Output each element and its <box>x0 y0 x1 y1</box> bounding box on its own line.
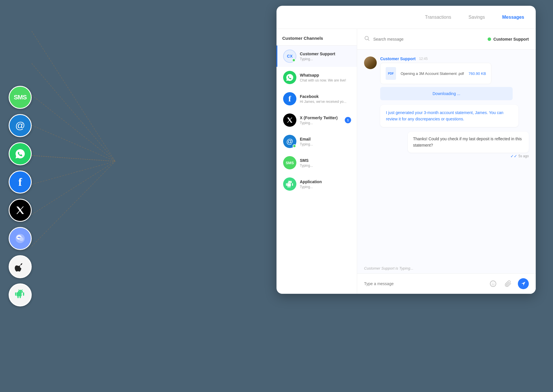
cx-info: Customer Support Typing... <box>300 52 351 61</box>
message-row-2: I just generated your 3-month account st… <box>364 105 529 127</box>
msg-header-1: Customer Support 12:45 <box>380 56 529 61</box>
app-container: Transactions Savings Messages Customer C… <box>276 6 536 294</box>
message-status: ✓✓ 5s ago <box>510 154 529 158</box>
attachment-button[interactable] <box>503 279 513 289</box>
app-preview: Typing... <box>300 185 351 189</box>
user-bubble: Thanks! Could you check if my last depos… <box>408 132 529 153</box>
channel-item-facebook[interactable]: f Facebook Hi James, we've received yo..… <box>276 88 357 109</box>
chat-messages: Customer Support 12:45 PDF Opening a 3M … <box>357 50 536 263</box>
chat-header-right: Customer Support <box>488 37 529 41</box>
sms-name: SMS <box>300 158 351 163</box>
message-input[interactable] <box>364 281 483 286</box>
channel-item-app[interactable]: Application Typing... <box>276 173 357 195</box>
send-button[interactable] <box>518 278 529 289</box>
typing-indicator: Customer Support is Typing... <box>357 263 536 273</box>
em-online-dot <box>293 144 296 148</box>
apple-channel-icon[interactable] <box>9 255 32 278</box>
agent-avatar <box>364 56 377 69</box>
svg-point-14 <box>365 36 368 40</box>
wa-info: Whatsapp Chat with us now. We are live! <box>300 73 351 82</box>
em-avatar: @ <box>283 135 296 148</box>
file-attachment[interactable]: PDF Opening a 3M Account Statement .pdf … <box>380 63 491 84</box>
fb-info: Facebook Hi James, we've received yo... <box>300 94 351 104</box>
cx-preview: Typing... <box>300 57 351 61</box>
svg-line-10 <box>32 156 115 161</box>
message-time-ago: 5s ago <box>518 154 529 158</box>
message-row-1: Customer Support 12:45 PDF Opening a 3M … <box>364 56 529 100</box>
download-bar[interactable]: Downloading ... <box>380 87 513 100</box>
search-icon <box>364 35 370 43</box>
tw-preview: Typing... <box>300 121 345 125</box>
chat-channel-icon[interactable] <box>9 227 32 250</box>
em-info: Email Typing... <box>300 137 351 146</box>
channel-item-whatsapp[interactable]: Whatsapp Chat with us now. We are live! <box>276 67 357 88</box>
svg-line-9 <box>32 125 115 161</box>
download-text: Downloading ... <box>433 91 461 96</box>
channel-item-cx[interactable]: CX Customer Support Typing... <box>276 46 357 67</box>
search-input[interactable] <box>373 37 484 41</box>
channel-item-twitter[interactable]: X (Formerly Twitter) Typing... 1 <box>276 109 357 131</box>
channel-list: CX Customer Support Typing... <box>276 46 357 294</box>
nav-transactions[interactable]: Transactions <box>425 15 451 20</box>
msg-content-1: Customer Support 12:45 PDF Opening a 3M … <box>380 56 529 100</box>
fb-avatar: f <box>283 92 296 105</box>
chat-panel: Customer Support Customer Support 12:45 … <box>357 29 536 294</box>
channels-header: Customer Channels <box>276 29 357 46</box>
check-icon: ✓✓ <box>510 154 517 158</box>
tw-info: X (Formerly Twitter) Typing... <box>300 115 345 125</box>
tw-avatar <box>283 113 296 127</box>
fb-name: Facebook <box>300 94 351 99</box>
nav-savings[interactable]: Savings <box>469 15 485 20</box>
svg-line-12 <box>32 161 115 215</box>
svg-point-16 <box>492 283 493 284</box>
svg-line-11 <box>32 161 115 184</box>
em-name: Email <box>300 137 351 141</box>
bot-message-text: I just generated your 3-month account st… <box>386 109 513 122</box>
channels-panel: Customer Channels CX Customer Support Ty… <box>276 29 357 294</box>
cx-name: Customer Support <box>300 52 351 56</box>
channel-item-email[interactable]: @ Email Typing... <box>276 131 357 152</box>
svg-point-17 <box>494 283 495 284</box>
wa-name: Whatsapp <box>300 73 351 77</box>
em-preview: Typing... <box>300 142 351 146</box>
sms-preview: Typing... <box>300 164 351 168</box>
svg-line-6 <box>32 31 115 161</box>
sms-avatar: SMS <box>283 156 296 169</box>
wa-avatar <box>283 71 296 84</box>
msg-sender-1: Customer Support <box>380 56 416 61</box>
svg-point-15 <box>490 281 496 287</box>
svg-line-8 <box>32 95 115 161</box>
nav-messages[interactable]: Messages <box>502 15 524 20</box>
cs-header-name: Customer Support <box>493 37 529 41</box>
user-message-text: Thanks! Could you check if my last depos… <box>413 136 524 149</box>
left-channel-icons: SMS @ f <box>0 0 40 392</box>
svg-line-7 <box>32 63 115 161</box>
svg-line-13 <box>32 161 115 246</box>
twitter-channel-icon[interactable] <box>9 199 32 222</box>
chat-input-bar <box>357 273 536 294</box>
facebook-channel-icon[interactable]: f <box>9 171 32 194</box>
top-nav: Transactions Savings Messages <box>276 6 536 29</box>
file-size: 760.90 KB <box>469 71 486 76</box>
app-avatar <box>283 177 296 191</box>
app-name: Application <box>300 179 351 184</box>
bot-message: I just generated your 3-month account st… <box>380 105 518 127</box>
channel-item-sms[interactable]: SMS SMS Typing... <box>276 152 357 173</box>
sms-info: SMS Typing... <box>300 158 351 168</box>
chat-search-bar: Customer Support <box>357 29 536 50</box>
email-channel-icon[interactable]: @ <box>9 114 32 137</box>
whatsapp-channel-icon[interactable] <box>9 142 32 165</box>
cx-online-dot <box>292 58 296 62</box>
android-channel-icon[interactable] <box>9 283 32 306</box>
msg-time-1: 12:45 <box>419 57 428 61</box>
pdf-icon: PDF <box>386 67 396 80</box>
cs-online-indicator <box>488 37 491 41</box>
tw-unread-badge: 1 <box>345 117 351 123</box>
sms-channel-icon[interactable]: SMS <box>9 86 32 109</box>
emoji-button[interactable] <box>488 279 498 289</box>
tw-name: X (Formerly Twitter) <box>300 115 345 120</box>
svg-point-5 <box>19 237 20 238</box>
typing-text: Customer Support is Typing... <box>364 266 413 270</box>
message-row-3: Thanks! Could you check if my last depos… <box>364 132 529 158</box>
wa-preview: Chat with us now. We are live! <box>300 78 351 82</box>
